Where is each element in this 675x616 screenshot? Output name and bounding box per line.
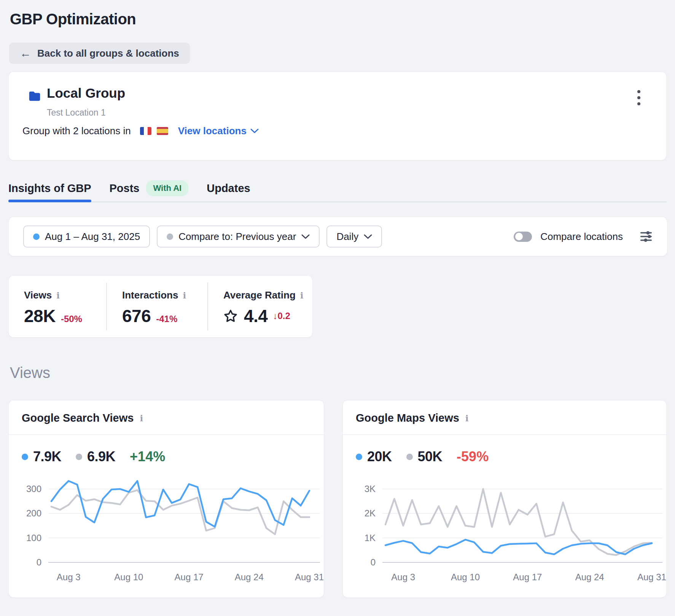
svg-text:3K: 3K xyxy=(365,484,376,494)
svg-text:Aug 3: Aug 3 xyxy=(391,572,415,582)
stat-views-label: Views xyxy=(24,289,52,301)
group-card: Local Group Test Location 1 Group with 2… xyxy=(8,71,667,160)
group-name: Local Group xyxy=(47,86,125,101)
date-range-chip[interactable]: Aug 1 – Aug 31, 2025 xyxy=(23,225,150,248)
chevron-down-icon xyxy=(364,234,372,239)
tab-updates[interactable]: Updates xyxy=(207,175,250,202)
previous-total: 50K xyxy=(418,449,443,465)
tab-posts[interactable]: Posts With AI xyxy=(110,175,189,202)
group-subtitle: Test Location 1 xyxy=(47,108,106,118)
back-arrow-icon: ← xyxy=(20,48,31,59)
svg-text:Aug 17: Aug 17 xyxy=(513,572,542,582)
folder-icon xyxy=(28,89,41,103)
change-percent: -59% xyxy=(457,449,489,465)
filter-bar: Aug 1 – Aug 31, 2025 Compare to: Previou… xyxy=(8,217,667,256)
svg-text:1K: 1K xyxy=(365,533,376,543)
google-maps-views-card: Google Maps Views i 20K 50K -59% 01K2K3K… xyxy=(342,400,667,598)
svg-text:0: 0 xyxy=(371,557,376,567)
compare-to-value: Compare to: Previous year xyxy=(178,231,296,243)
granularity-dropdown[interactable]: Daily xyxy=(326,225,382,248)
svg-text:0: 0 xyxy=(37,557,41,567)
current-series-dot-icon xyxy=(22,454,28,460)
stat-interactions: Interactions i 676 -41% xyxy=(107,276,207,337)
chart-title: Google Search Views xyxy=(22,412,134,424)
svg-text:Aug 24: Aug 24 xyxy=(575,572,604,582)
date-range-value: Aug 1 – Aug 31, 2025 xyxy=(45,231,140,243)
tab-label: Updates xyxy=(207,182,250,195)
current-total: 20K xyxy=(367,449,392,465)
google-maps-views-chart: 01K2K3KAug 3Aug 10Aug 17Aug 24Aug 31 xyxy=(343,467,667,587)
info-icon[interactable]: i xyxy=(140,413,143,423)
back-button[interactable]: ← Back to all groups & locations xyxy=(9,43,190,64)
tab-label: Posts xyxy=(110,182,140,195)
compare-locations-label: Compare locations xyxy=(540,231,623,243)
summary-stats-card: Views i 28K -50% Interactions i 676 -41%… xyxy=(8,275,313,338)
chevron-down-icon xyxy=(250,129,259,133)
spain-flag-icon xyxy=(157,127,168,135)
svg-text:200: 200 xyxy=(26,508,41,518)
group-menu-kebab-icon[interactable] xyxy=(631,87,646,108)
google-search-views-chart: 0100200300Aug 3Aug 10Aug 17Aug 24Aug 31 xyxy=(9,467,325,587)
info-icon[interactable]: i xyxy=(465,413,469,423)
svg-text:Aug 31: Aug 31 xyxy=(295,572,324,582)
france-flag-icon xyxy=(140,127,151,135)
page-title: GBP Optimization xyxy=(10,11,136,28)
stat-interactions-delta: -41% xyxy=(156,314,177,324)
stat-rating-value: 4.4 xyxy=(244,306,267,326)
svg-text:Aug 24: Aug 24 xyxy=(235,572,264,582)
chart-legend: 20K 50K -59% xyxy=(343,435,666,465)
stat-interactions-value: 676 xyxy=(122,306,151,326)
stat-views: Views i 28K -50% xyxy=(9,276,106,337)
tab-label: Insights of GBP xyxy=(8,182,91,195)
stat-rating-delta: ↓0.2 xyxy=(273,311,290,321)
previous-series-dot-icon xyxy=(406,454,413,460)
previous-series-dot-icon xyxy=(76,454,82,460)
current-period-dot-icon xyxy=(33,233,40,240)
svg-text:2K: 2K xyxy=(365,508,376,518)
previous-period-dot-icon xyxy=(167,233,173,240)
stat-average-rating: Average Rating i 4.4 ↓0.2 xyxy=(208,276,304,337)
filter-settings-icon[interactable] xyxy=(640,230,653,243)
chevron-down-icon xyxy=(301,234,310,239)
view-locations-label: View locations xyxy=(178,125,247,137)
chart-title: Google Maps Views xyxy=(356,412,459,424)
stat-rating-label: Average Rating xyxy=(223,289,296,301)
group-locations-row: Group with 2 locations in View locations xyxy=(22,125,259,137)
with-ai-badge: With AI xyxy=(146,180,188,196)
svg-text:Aug 10: Aug 10 xyxy=(114,572,143,582)
change-percent: +14% xyxy=(130,449,165,465)
group-locations-text: Group with 2 locations in xyxy=(22,125,131,137)
current-total: 7.9K xyxy=(33,449,61,465)
svg-text:100: 100 xyxy=(26,533,41,543)
back-button-label: Back to all groups & locations xyxy=(37,48,179,59)
svg-text:Aug 31: Aug 31 xyxy=(637,572,666,582)
svg-text:300: 300 xyxy=(26,484,41,494)
previous-total: 6.9K xyxy=(87,449,115,465)
tab-bar: Insights of GBP Posts With AI Updates xyxy=(8,175,667,202)
gbp-optimization-page: GBP Optimization ← Back to all groups & … xyxy=(0,0,675,616)
stat-interactions-label: Interactions xyxy=(122,289,178,301)
svg-text:Aug 17: Aug 17 xyxy=(175,572,204,582)
tab-insights-of-gbp[interactable]: Insights of GBP xyxy=(8,175,91,202)
svg-text:Aug 10: Aug 10 xyxy=(451,572,480,582)
info-icon[interactable]: i xyxy=(183,290,186,300)
stat-views-value: 28K xyxy=(24,306,56,326)
chart-legend: 7.9K 6.9K +14% xyxy=(9,435,324,465)
star-icon xyxy=(223,309,238,323)
granularity-value: Daily xyxy=(336,231,358,243)
views-section-title: Views xyxy=(10,364,50,381)
view-locations-link[interactable]: View locations xyxy=(178,125,259,137)
svg-text:Aug 3: Aug 3 xyxy=(57,572,81,582)
stat-views-delta: -50% xyxy=(61,314,82,324)
current-series-dot-icon xyxy=(356,454,362,460)
compare-to-dropdown[interactable]: Compare to: Previous year xyxy=(157,225,320,248)
google-search-views-card: Google Search Views i 7.9K 6.9K +14% 010… xyxy=(8,400,324,598)
info-icon[interactable]: i xyxy=(300,290,304,300)
compare-locations-toggle[interactable] xyxy=(514,232,532,242)
info-icon[interactable]: i xyxy=(56,290,60,300)
